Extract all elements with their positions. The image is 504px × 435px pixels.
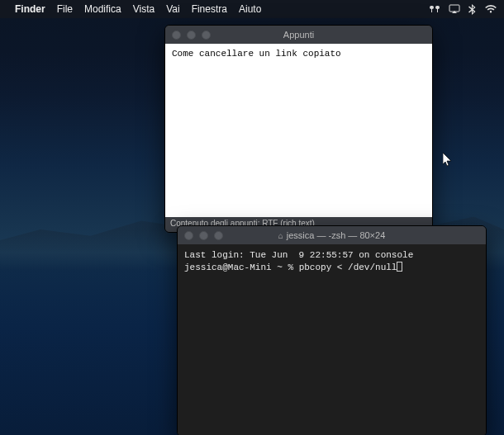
terminal-line: Last login: Tue Jun 9 22:55:57 on consol… [184,250,413,260]
airplay-icon[interactable] [449,4,460,14]
menu-file[interactable]: File [57,3,73,15]
menu-help[interactable]: Aiuto [239,3,261,15]
minimize-icon[interactable] [187,31,196,40]
menu-edit[interactable]: Modifica [84,3,121,15]
zoom-icon[interactable] [202,31,211,40]
menu-right [429,4,497,15]
zoom-icon[interactable] [214,231,223,240]
terminal-output[interactable]: Last login: Tue Jun 9 22:55:57 on consol… [178,244,486,435]
clipboard-window[interactable]: Appunti Come cancellare un link copiato … [164,25,433,233]
clipboard-titlebar[interactable]: Appunti [165,26,432,44]
clipboard-content: Come cancellare un link copiato [165,44,432,217]
close-icon[interactable] [184,231,193,240]
svg-rect-0 [449,5,459,12]
terminal-command: pbcopy < /dev/null [299,262,397,272]
airpods-icon[interactable] [429,4,440,14]
terminal-cursor [397,262,402,272]
menu-view[interactable]: Vista [133,3,155,15]
terminal-title: ⌂jessica — -zsh — 80×24 [178,230,486,240]
app-menu[interactable]: Finder [15,3,45,15]
terminal-prompt: jessica@Mac-Mini ~ % [184,262,299,272]
minimize-icon[interactable] [199,231,208,240]
wifi-icon[interactable] [484,4,497,14]
bluetooth-icon[interactable] [468,4,476,15]
mouse-pointer-icon [443,153,453,168]
menu-window[interactable]: Finestra [192,3,227,15]
menubar: Finder File Modifica Vista Vai Finestra … [0,0,504,18]
terminal-titlebar[interactable]: ⌂jessica — -zsh — 80×24 [178,226,486,244]
menu-go[interactable]: Vai [166,3,179,15]
close-icon[interactable] [172,31,181,40]
traffic-lights [165,31,211,40]
terminal-window[interactable]: ⌂jessica — -zsh — 80×24 Last login: Tue … [177,225,487,435]
menu-left: Finder File Modifica Vista Vai Finestra … [15,3,261,15]
home-folder-icon: ⌂ [278,231,283,240]
traffic-lights [178,231,223,240]
